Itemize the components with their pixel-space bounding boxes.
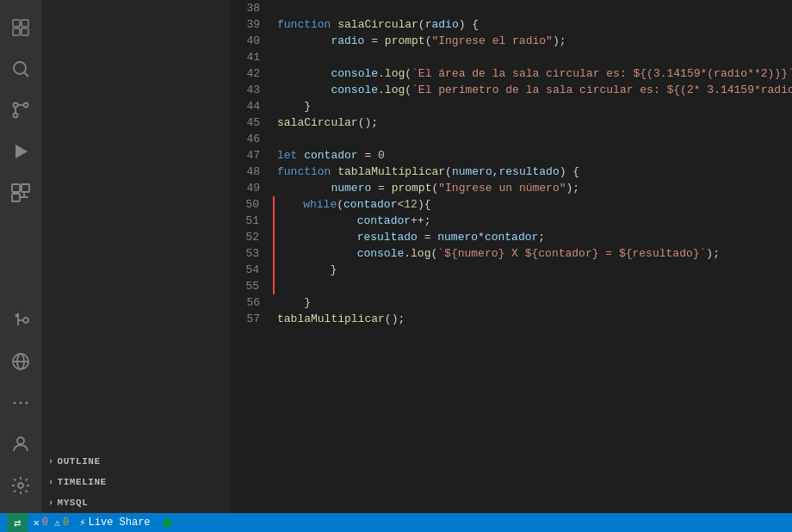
svg-point-18: [26, 402, 28, 405]
line-number: 53: [231, 245, 274, 262]
line-content[interactable]: while(contador<12){: [274, 196, 792, 213]
table-row: 57tablaMultiplicar();: [231, 311, 792, 327]
liveshare-status-item[interactable]: ⚡ Live Share: [74, 517, 155, 529]
code-container[interactable]: 3839function salaCircular(radio) {40 rad…: [231, 0, 792, 513]
table-row: 44 }: [231, 98, 792, 114]
line-content[interactable]: }: [274, 294, 792, 311]
table-row: 52 resultado = numero*contador;: [231, 229, 792, 245]
table-row: 41: [231, 49, 792, 65]
line-number: 45: [231, 114, 274, 131]
status-bar: ⇄ ✕ 0 ⚠ 0 ⚡ Live Share 🌲: [0, 513, 792, 532]
str-token: "Ingrese un número": [438, 182, 566, 195]
sidebar-spacer: [41, 0, 231, 451]
line-number: 56: [231, 294, 274, 311]
settings-icon[interactable]: [0, 465, 41, 506]
line-number: 42: [231, 65, 274, 82]
svg-point-20: [18, 483, 23, 488]
warnings-count: 0: [63, 517, 69, 529]
svg-point-4: [14, 62, 26, 74]
svg-point-19: [17, 437, 24, 444]
account-icon[interactable]: [0, 424, 41, 465]
line-content[interactable]: console.log(`El perímetro de la sala cir…: [274, 82, 792, 98]
liveshare-icon: ⚡: [79, 517, 85, 529]
line-content[interactable]: radio = prompt("Ingrese el radio");: [274, 33, 792, 49]
svg-point-7: [24, 103, 28, 108]
kw-token: let: [277, 149, 297, 162]
explorer-icon[interactable]: [0, 7, 41, 48]
table-row: 46: [231, 131, 792, 147]
line-content[interactable]: tablaMultiplicar();: [274, 311, 792, 327]
line-content[interactable]: [274, 131, 792, 147]
kw-token: while: [303, 198, 337, 211]
git-branch-icon[interactable]: [0, 300, 41, 341]
line-number: 57: [231, 311, 274, 327]
main-layout: › OUTLINE › TIMELINE › MYSQL 3839functio…: [0, 0, 792, 513]
svg-line-5: [25, 73, 29, 77]
outline-chevron: ›: [48, 457, 54, 467]
line-number: 40: [231, 33, 274, 49]
fn-token: log: [385, 67, 405, 80]
line-content[interactable]: contador++;: [274, 213, 792, 229]
param-token: resultado: [499, 165, 560, 178]
table-row: 50 while(contador<12){: [231, 196, 792, 213]
table-row: 55: [231, 278, 792, 294]
line-number: 54: [231, 262, 274, 278]
forest-icon: 🌲: [161, 517, 174, 529]
line-content[interactable]: }: [274, 98, 792, 114]
line-content[interactable]: function salaCircular(radio) {: [274, 16, 792, 33]
svg-rect-1: [22, 20, 28, 27]
remote-explorer-icon[interactable]: [0, 341, 41, 382]
svg-rect-0: [13, 20, 20, 27]
line-content[interactable]: [274, 278, 792, 294]
line-content[interactable]: numero = prompt("Ingrese un número");: [274, 180, 792, 196]
extensions-icon[interactable]: [0, 172, 41, 213]
line-content[interactable]: }: [274, 262, 792, 278]
line-number: 52: [231, 229, 274, 245]
more-icon[interactable]: [0, 382, 41, 424]
fn-token: salaCircular: [337, 18, 418, 31]
search-icon[interactable]: [0, 48, 41, 90]
obj-token: console: [331, 84, 378, 96]
outline-section[interactable]: › OUTLINE: [41, 451, 231, 472]
line-content[interactable]: salaCircular();: [274, 114, 792, 131]
fn-token: tablaMultiplicar: [277, 312, 385, 325]
sidebar: › OUTLINE › TIMELINE › MYSQL: [41, 0, 231, 513]
num-token: 12: [404, 198, 418, 211]
param-token: resultado: [330, 231, 417, 244]
remote-status-item[interactable]: ⇄: [7, 513, 28, 532]
timeline-section[interactable]: › TIMELINE: [41, 472, 231, 492]
num-token: 0: [378, 149, 385, 162]
remote-arrow-icon: ⇄: [14, 516, 21, 530]
source-control-icon[interactable]: [0, 90, 41, 131]
line-number: 50: [231, 196, 274, 213]
line-content[interactable]: console.log(`${numero} X ${contador} = $…: [274, 245, 792, 262]
timeline-chevron: ›: [48, 478, 54, 487]
line-content[interactable]: [274, 49, 792, 65]
obj-token: console: [357, 247, 405, 260]
run-debug-icon[interactable]: [0, 131, 41, 172]
activity-bottom: [0, 424, 41, 513]
mysql-section[interactable]: › MYSQL: [41, 492, 231, 513]
param-token: contador: [343, 198, 397, 211]
fn-token: log: [385, 84, 405, 96]
line-content[interactable]: function tablaMultiplicar(numero,resulta…: [274, 164, 792, 180]
table-row: 47let contador = 0: [231, 147, 792, 164]
line-number: 41: [231, 49, 274, 65]
line-content[interactable]: let contador = 0: [274, 147, 792, 164]
errors-count: 0: [42, 517, 48, 529]
editor-area: 3839function salaCircular(radio) {40 rad…: [231, 0, 792, 513]
fn-token: prompt: [385, 34, 425, 47]
str-token: `El área de la sala circular es: ${(3.14…: [411, 67, 792, 80]
line-content[interactable]: resultado = numero*contador;: [274, 229, 792, 245]
table-row: 40 radio = prompt("Ingrese el radio");: [231, 33, 792, 49]
line-number: 51: [231, 213, 274, 229]
line-content[interactable]: console.log(`El área de la sala circular…: [274, 65, 792, 82]
svg-rect-3: [22, 28, 28, 35]
line-number: 49: [231, 180, 274, 196]
param-token: numero: [437, 231, 478, 244]
line-content[interactable]: [274, 0, 792, 16]
str-token: "Ingrese el radio": [431, 34, 552, 47]
forest-status-item[interactable]: 🌲: [156, 517, 179, 529]
errors-status-item[interactable]: ✕ 0 ⚠ 0: [28, 517, 74, 529]
timeline-label: TIMELINE: [58, 477, 107, 487]
